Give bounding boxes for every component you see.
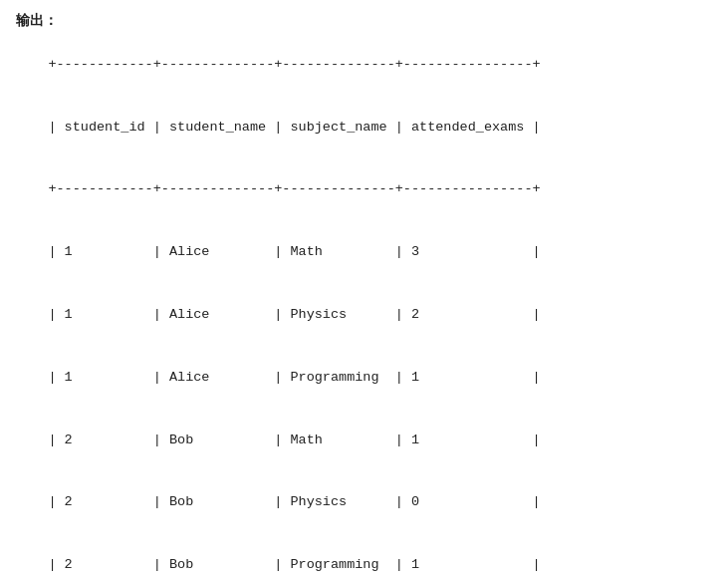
table-row-2: | 1 | Alice | Physics | 2 | <box>48 307 540 322</box>
output-label: 输出： <box>16 12 712 30</box>
table-separator-top: +------------+--------------+-----------… <box>48 57 540 72</box>
table-row-4: | 2 | Bob | Math | 1 | <box>48 433 540 447</box>
table-header: | student_id | student_name | subject_na… <box>48 120 540 135</box>
table-row-3: | 1 | Alice | Programming | 1 | <box>48 370 540 385</box>
table-row-6: | 2 | Bob | Programming | 1 | <box>48 557 540 572</box>
table-separator-header: +------------+--------------+-----------… <box>48 181 540 196</box>
table-row-5: | 2 | Bob | Physics | 0 | <box>48 494 540 509</box>
page-wrapper: 输出： +------------+--------------+-------… <box>16 12 712 578</box>
table-row-1: | 1 | Alice | Math | 3 | <box>48 244 540 259</box>
result-table: +------------+--------------+-----------… <box>16 34 712 578</box>
